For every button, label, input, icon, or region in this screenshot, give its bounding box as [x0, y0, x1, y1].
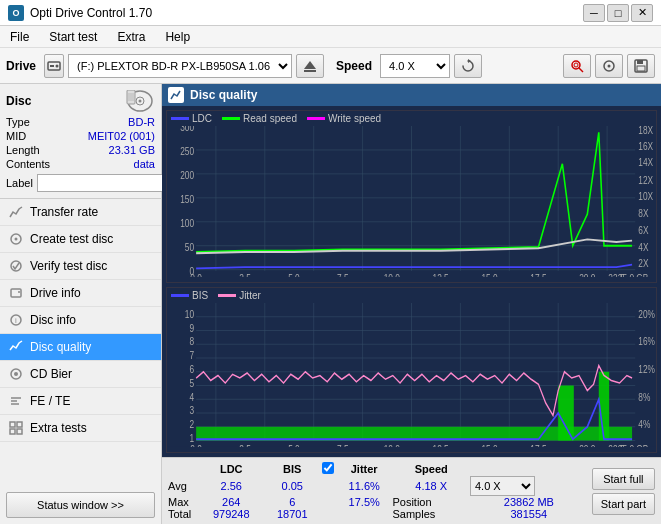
write-legend-color	[307, 117, 325, 120]
svg-rect-17	[127, 90, 135, 104]
sidebar-item-disc-info[interactable]: i Disc info	[0, 307, 161, 334]
disc-length-label: Length	[6, 144, 40, 156]
svg-text:6: 6	[189, 365, 194, 376]
disc-contents-value: data	[134, 158, 155, 170]
sidebar-item-transfer-rate[interactable]: Transfer rate	[0, 199, 161, 226]
quality-icon	[8, 339, 24, 355]
save-button[interactable]	[627, 54, 655, 78]
svg-text:4X: 4X	[638, 242, 648, 253]
jitter-legend: Jitter	[218, 290, 261, 301]
jitter-legend-label: Jitter	[239, 290, 261, 301]
svg-point-25	[15, 238, 18, 241]
menu-file[interactable]: File	[6, 28, 33, 46]
eject-button[interactable]	[296, 54, 324, 78]
svg-point-26	[11, 261, 21, 271]
verify-icon	[8, 258, 24, 274]
disc-type-value: BD-R	[128, 116, 155, 128]
content-area: Disc quality LDC Read speed Wr	[162, 84, 661, 524]
sidebar-item-verify-test-disc[interactable]: Verify test disc	[0, 253, 161, 280]
max-position: 23862 MB	[470, 496, 588, 508]
lower-chart-body: 10 9 8 7 6 5 4 3 2 1 20% 16% 12%	[167, 303, 656, 447]
svg-text:17.5: 17.5	[530, 274, 546, 278]
drive-select[interactable]: (F:) PLEXTOR BD-R PX-LB950SA 1.06	[68, 54, 292, 78]
read-legend: Read speed	[222, 113, 297, 124]
svg-text:12.5: 12.5	[433, 445, 449, 447]
ldc-legend-color	[171, 117, 189, 120]
scan-button[interactable]	[563, 54, 591, 78]
max-bis: 6	[265, 496, 320, 508]
close-button[interactable]: ✕	[631, 4, 653, 22]
speed-display-select[interactable]: 4.0 X	[470, 476, 535, 496]
svg-point-10	[608, 64, 611, 67]
svg-rect-4	[304, 70, 316, 72]
svg-text:25.0 GB: 25.0 GB	[618, 274, 649, 278]
jitter-legend-color	[218, 294, 236, 297]
disc-mid-value: MEIT02 (001)	[88, 130, 155, 142]
svg-text:20.0: 20.0	[579, 274, 595, 278]
svg-text:9: 9	[189, 323, 194, 334]
drive-icon-btn[interactable]	[44, 54, 64, 78]
disc-label-input[interactable]	[37, 174, 170, 192]
svg-text:2: 2	[189, 420, 194, 431]
menu-extra[interactable]: Extra	[113, 28, 149, 46]
svg-point-16	[139, 100, 142, 103]
avg-label: Avg	[168, 476, 198, 496]
right-buttons: Start full Start part	[592, 468, 655, 515]
bis-header: BIS	[265, 462, 320, 476]
minimize-button[interactable]: ─	[583, 4, 605, 22]
svg-rect-39	[17, 429, 22, 434]
svg-text:16X: 16X	[638, 141, 653, 152]
total-label: Total	[168, 508, 198, 520]
max-row: Max 264 6 17.5% Position 23862 MB	[168, 496, 588, 508]
menu-bar: File Start test Extra Help	[0, 26, 661, 48]
svg-text:12X: 12X	[638, 175, 653, 186]
refresh-button[interactable]	[454, 54, 482, 78]
app-icon: O	[8, 5, 24, 21]
status-window-button[interactable]: Status window >>	[6, 492, 155, 518]
sidebar-item-extra-tests[interactable]: Extra tests	[0, 415, 161, 442]
speed-select[interactable]: 4.0 X	[380, 54, 450, 78]
disc-length-row: Length 23.31 GB	[6, 144, 155, 156]
svg-text:200: 200	[180, 170, 194, 181]
position-label: Position	[392, 496, 470, 508]
start-full-button[interactable]: Start full	[592, 468, 655, 490]
svg-text:250: 250	[180, 146, 194, 157]
disc-type-row: Type BD-R	[6, 116, 155, 128]
bis-legend-color	[171, 294, 189, 297]
sidebar-item-drive-info[interactable]: Drive info	[0, 280, 161, 307]
sidebar-item-fe-te[interactable]: FE / TE	[0, 388, 161, 415]
svg-rect-36	[10, 422, 15, 427]
chart-header-icon	[168, 87, 184, 103]
stats-panel: LDC BIS Jitter Speed Avg	[162, 457, 661, 524]
upper-chart: LDC Read speed Write speed	[166, 110, 657, 283]
disc-section-title: Disc	[6, 94, 31, 108]
disc-section: Disc Type BD-R MID MEIT02 (001)	[0, 84, 161, 199]
disc-icon	[125, 90, 155, 112]
sidebar-item-disc-quality[interactable]: Disc quality	[0, 334, 161, 361]
svg-text:8%: 8%	[638, 392, 650, 403]
title-bar: O Opti Drive Control 1.70 ─ □ ✕	[0, 0, 661, 26]
max-ldc: 264	[198, 496, 265, 508]
svg-text:17.5: 17.5	[530, 445, 546, 447]
jitter-checkbox[interactable]	[322, 462, 334, 474]
svg-text:20%: 20%	[638, 310, 655, 321]
chart-header: Disc quality	[162, 84, 661, 106]
maximize-button[interactable]: □	[607, 4, 629, 22]
start-part-button[interactable]: Start part	[592, 493, 655, 515]
menu-help[interactable]: Help	[161, 28, 194, 46]
sidebar: Disc Type BD-R MID MEIT02 (001)	[0, 84, 162, 524]
svg-text:12%: 12%	[638, 365, 655, 376]
samples-label: Samples	[392, 508, 470, 520]
disc-mid-row: MID MEIT02 (001)	[6, 130, 155, 142]
menu-start-test[interactable]: Start test	[45, 28, 101, 46]
svg-text:3: 3	[189, 406, 194, 417]
sidebar-item-cd-bier[interactable]: CD Bier	[0, 361, 161, 388]
drive-info-icon	[8, 285, 24, 301]
lower-chart: BIS Jitter	[166, 287, 657, 453]
svg-point-32	[14, 372, 18, 376]
svg-text:5.0: 5.0	[288, 445, 300, 447]
disc-button[interactable]	[595, 54, 623, 78]
sidebar-item-create-test-disc[interactable]: Create test disc	[0, 226, 161, 253]
svg-text:4%: 4%	[638, 420, 650, 431]
cd-bier-icon	[8, 366, 24, 382]
